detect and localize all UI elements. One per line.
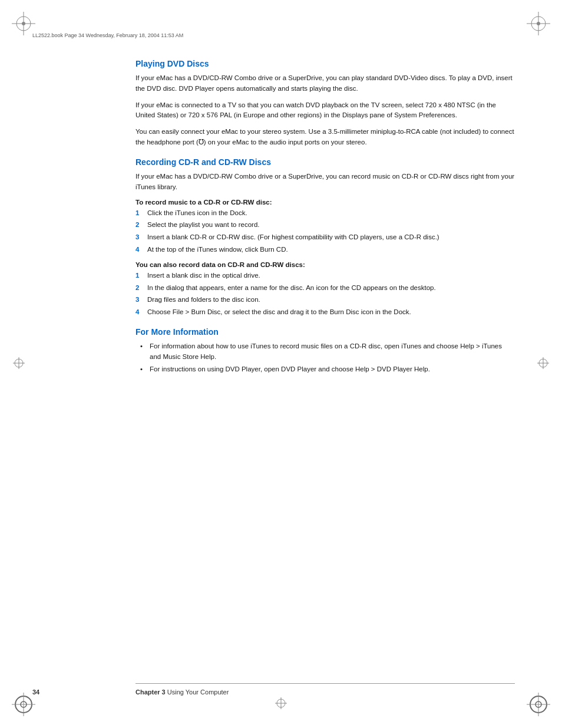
main-content: Playing DVD Discs If your eMac has a DVD… [135, 59, 515, 669]
svg-point-7 [537, 22, 540, 25]
playing-dvd-para3: You can easily connect your eMac to your… [135, 127, 515, 148]
list-item: 1 Click the iTunes icon in the Dock. [135, 208, 515, 219]
list-item: • For information about how to use iTune… [135, 341, 515, 363]
footer-chapter: Chapter 3 Using Your Computer [135, 689, 229, 696]
page: LL2522.book Page 34 Wednesday, February … [0, 0, 562, 728]
for-more-info-title: For More Information [135, 327, 515, 337]
data-record-label: You can also record data on CD-R and CD-… [135, 261, 515, 268]
svg-point-3 [22, 22, 25, 25]
recording-cdr-section: Recording CD-R and CD-RW Discs If your e… [135, 157, 515, 318]
bottom-center-mark [275, 697, 287, 711]
list-item: • For instructions on using DVD Player, … [135, 364, 515, 375]
corner-mark-tr [527, 12, 550, 35]
list-item: 2 Select the playlist you want to record… [135, 220, 515, 230]
corner-mark-bl [12, 693, 35, 716]
footer-chapter-title: Using Your Computer [167, 689, 229, 696]
side-mark-right [537, 357, 549, 371]
to-record-label: To record music to a CD-R or CD-RW disc: [135, 199, 515, 206]
list-item: 3 Insert a blank CD-R or CD-RW disc. (Fo… [135, 232, 515, 243]
corner-mark-tl [12, 12, 35, 35]
file-info: LL2522.book Page 34 Wednesday, February … [32, 32, 183, 38]
playing-dvd-section: Playing DVD Discs If your eMac has a DVD… [135, 59, 515, 148]
recording-cdr-intro: If your eMac has a DVD/CD-RW Combo drive… [135, 172, 515, 193]
playing-dvd-para2: If your eMac is connected to a TV so tha… [135, 100, 515, 121]
list-item: 3 Drag files and folders to the disc ico… [135, 295, 515, 305]
data-record-steps: 1 Insert a blank disc in the optical dri… [135, 271, 515, 318]
corner-mark-br [527, 693, 550, 716]
playing-dvd-para1: If your eMac has a DVD/CD-RW Combo drive… [135, 73, 515, 94]
list-item: 4 At the top of the iTunes window, click… [135, 245, 515, 255]
footer-line [135, 683, 515, 684]
footer-chapter-label: Chapter 3 [135, 689, 166, 696]
list-item: 4 Choose File > Burn Disc, or select the… [135, 307, 515, 318]
side-mark-left [13, 357, 25, 371]
for-more-info-bullets: • For information about how to use iTune… [135, 341, 515, 374]
recording-cdr-title: Recording CD-R and CD-RW Discs [135, 157, 515, 167]
page-number: 34 [32, 689, 39, 696]
for-more-info-section: For More Information • For information a… [135, 327, 515, 374]
to-record-steps: 1 Click the iTunes icon in the Dock. 2 S… [135, 208, 515, 255]
list-item: 1 Insert a blank disc in the optical dri… [135, 271, 515, 281]
playing-dvd-title: Playing DVD Discs [135, 59, 515, 68]
list-item: 2 In the dialog that appears, enter a na… [135, 283, 515, 294]
